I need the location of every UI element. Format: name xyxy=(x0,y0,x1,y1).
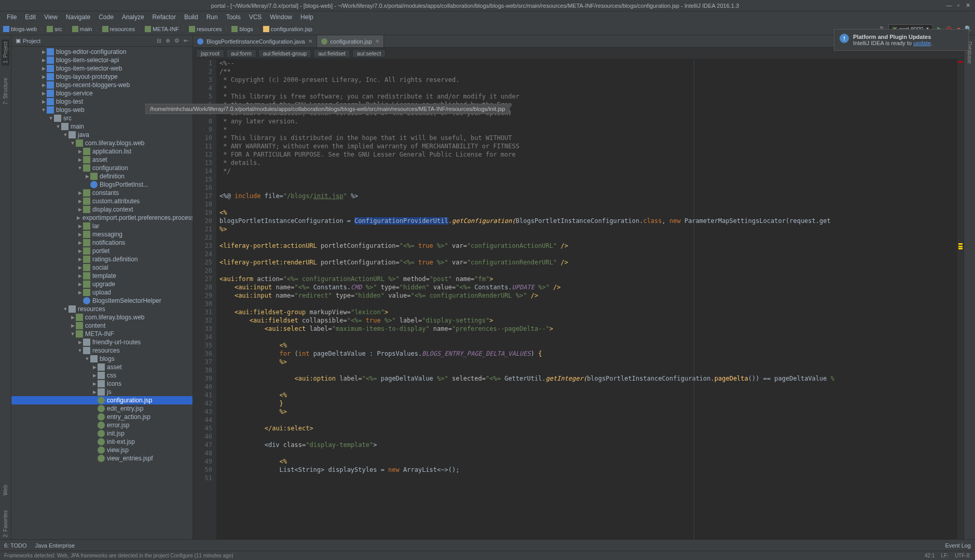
tree-arrow[interactable]: ▼ xyxy=(70,331,76,337)
tree-arrow[interactable]: ▼ xyxy=(40,107,47,113)
tree-arrow[interactable]: ▶ xyxy=(40,66,47,71)
tool-tab-structure[interactable]: 7: Structure xyxy=(2,76,9,107)
tree-node[interactable]: ▶lar xyxy=(11,222,193,230)
menu-navigate[interactable]: Navigate xyxy=(62,12,94,22)
tree-node[interactable]: ▶custom.attributes xyxy=(11,197,193,205)
tool-tab-project[interactable]: 1: Project xyxy=(2,39,9,65)
tree-arrow[interactable]: ▶ xyxy=(77,223,83,229)
tree-node[interactable]: ▶icons xyxy=(11,380,193,388)
tree-arrow[interactable]: ▼ xyxy=(62,132,68,137)
tree-arrow[interactable]: ▶ xyxy=(77,190,83,195)
tree-node[interactable]: ▶display.context xyxy=(11,205,193,214)
tree-node[interactable]: ▶blogs-item-selector-web xyxy=(11,64,193,73)
tab-event-log[interactable]: Event Log xyxy=(945,542,971,549)
editor-tab[interactable]: BlogsPortletInstanceConfiguration.java✕ xyxy=(193,35,317,47)
minimize-button[interactable]: — xyxy=(946,2,952,9)
tree-node[interactable]: ▼configuration xyxy=(11,164,193,172)
project-tree[interactable]: ▶blogs-editor-configuration▶blogs-item-s… xyxy=(11,47,193,539)
tree-node[interactable]: ▶upload xyxy=(11,288,193,297)
tree-node[interactable]: ▶css xyxy=(11,371,193,380)
tree-node[interactable]: ▶application.list xyxy=(11,147,193,156)
tree-node[interactable]: ▶blogs-layout-prototype xyxy=(11,73,193,81)
tree-arrow[interactable]: ▶ xyxy=(40,58,47,63)
code-breadcrumb-item[interactable]: aui:fieldset xyxy=(313,49,350,58)
tree-arrow[interactable]: ▶ xyxy=(77,207,83,212)
tree-arrow[interactable]: ▶ xyxy=(70,315,76,320)
tree-arrow[interactable]: ▼ xyxy=(70,141,76,146)
tree-arrow[interactable]: ▶ xyxy=(40,74,47,79)
editor-tab[interactable]: configuration.jsp✕ xyxy=(317,35,384,47)
breadcrumb-item[interactable]: blogs-web xyxy=(3,26,37,32)
balloon-link[interactable]: update xyxy=(913,40,931,46)
tree-node[interactable]: ▶blogs-service xyxy=(11,89,193,97)
tree-node[interactable]: configuration.jsp xyxy=(11,396,193,404)
menu-code[interactable]: Code xyxy=(95,12,117,22)
tree-node[interactable]: view_entries.jspf xyxy=(11,454,193,463)
collapse-icon[interactable]: ⊟ xyxy=(157,37,161,44)
tree-node[interactable]: ▶asset xyxy=(11,363,193,371)
code-area[interactable]: <%-- /** * Copyright (c) 2000-present Li… xyxy=(216,59,964,539)
editor[interactable]: 1234567891011121314151617181920212223242… xyxy=(193,59,964,539)
close-button[interactable]: ✕ xyxy=(965,2,971,9)
tree-arrow[interactable]: ▶ xyxy=(40,91,47,96)
code-breadcrumb-item[interactable]: jsp:root xyxy=(196,49,224,58)
tree-arrow[interactable]: ▶ xyxy=(77,240,83,245)
tree-node[interactable]: view.jsp xyxy=(11,446,193,454)
tree-arrow[interactable]: ▶ xyxy=(77,199,83,204)
tree-arrow[interactable]: ▶ xyxy=(91,365,98,370)
tree-arrow[interactable]: ▶ xyxy=(91,373,98,378)
tree-node[interactable]: ▶ratings.definition xyxy=(11,255,193,263)
tree-arrow[interactable]: ▶ xyxy=(77,282,83,287)
tree-arrow[interactable]: ▶ xyxy=(70,323,76,328)
menu-window[interactable]: Window xyxy=(266,12,296,22)
tree-node[interactable]: ▶friendly-url-routes xyxy=(11,338,193,346)
tree-arrow[interactable]: ▶ xyxy=(77,265,83,270)
breadcrumb-item[interactable]: src xyxy=(47,26,62,32)
tab-java-enterprise[interactable]: Java Enterprise xyxy=(35,542,75,549)
menu-run[interactable]: Run xyxy=(203,12,222,22)
tree-arrow[interactable]: ▶ xyxy=(77,340,83,345)
tree-arrow[interactable]: ▶ xyxy=(77,149,83,154)
breadcrumb-item[interactable]: resources xyxy=(102,26,135,32)
tree-node[interactable]: edit_entry.jsp xyxy=(11,404,193,413)
tree-node[interactable]: ▶constants xyxy=(11,189,193,197)
tree-arrow[interactable]: ▶ xyxy=(91,389,98,395)
breadcrumb-item[interactable]: main xyxy=(72,26,92,32)
tree-node[interactable]: ▼src xyxy=(11,114,193,122)
tree-arrow[interactable]: ▶ xyxy=(91,381,98,386)
tree-node[interactable]: ▼java xyxy=(11,131,193,139)
close-tab-icon[interactable]: ✕ xyxy=(308,38,312,44)
tree-arrow[interactable]: ▼ xyxy=(62,306,68,312)
menu-build[interactable]: Build xyxy=(181,12,202,22)
tree-node[interactable]: ▶template xyxy=(11,272,193,280)
tree-node[interactable]: ▶exportimport.portlet.preferences.proces… xyxy=(11,214,193,222)
menu-tools[interactable]: Tools xyxy=(223,12,244,22)
tree-arrow[interactable]: ▼ xyxy=(84,356,90,361)
tree-arrow[interactable]: ▶ xyxy=(77,257,83,262)
menu-edit[interactable]: Edit xyxy=(21,12,39,22)
tree-node[interactable]: ▶content xyxy=(11,321,193,330)
tree-node[interactable]: ▶notifications xyxy=(11,239,193,247)
tree-node[interactable]: ▼META-INF xyxy=(11,330,193,338)
tree-node[interactable]: BlogsItemSelectorHelper xyxy=(11,297,193,305)
tree-arrow[interactable]: ▶ xyxy=(84,174,90,179)
tree-arrow[interactable]: ▶ xyxy=(77,248,83,254)
tree-node[interactable]: ▼resources xyxy=(11,346,193,355)
tree-arrow[interactable]: ▼ xyxy=(48,116,54,121)
code-breadcrumb-item[interactable]: aui:fieldset-group xyxy=(258,49,311,58)
menu-analyze[interactable]: Analyze xyxy=(118,12,148,22)
breadcrumb-item[interactable]: META-INF xyxy=(145,26,179,32)
tree-arrow[interactable]: ▶ xyxy=(77,290,83,295)
tree-node[interactable]: ▶blogs-item-selector-api xyxy=(11,56,193,64)
tree-arrow[interactable]: ▼ xyxy=(77,348,83,353)
menu-vcs[interactable]: VCS xyxy=(245,12,266,22)
tree-node[interactable]: ▼main xyxy=(11,122,193,131)
tree-arrow[interactable]: ▼ xyxy=(77,165,83,171)
tree-node[interactable]: ▶js xyxy=(11,388,193,396)
tool-tab-favorites[interactable]: 2: Favorites xyxy=(2,508,9,539)
tree-arrow[interactable]: ▶ xyxy=(77,232,83,237)
tree-node[interactable]: ▶social xyxy=(11,263,193,272)
tree-arrow[interactable]: ▶ xyxy=(77,157,83,162)
tree-node[interactable]: ▶definition xyxy=(11,172,193,180)
tree-node[interactable]: init-ext.jsp xyxy=(11,438,193,446)
